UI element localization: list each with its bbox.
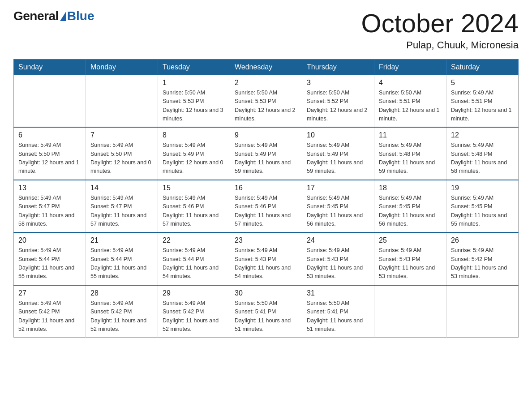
day-number: 2 — [235, 79, 297, 87]
header: General Blue October 2024 Pulap, Chuuk, … — [13, 9, 519, 51]
calendar-cell: 6Sunrise: 5:49 AM Sunset: 5:50 PM Daylig… — [14, 127, 86, 180]
calendar-cell: 1Sunrise: 5:50 AM Sunset: 5:53 PM Daylig… — [158, 75, 230, 127]
calendar-cell: 25Sunrise: 5:49 AM Sunset: 5:43 PM Dayli… — [374, 232, 446, 285]
logo-triangle-icon — [60, 11, 66, 21]
day-number: 21 — [90, 236, 153, 244]
day-number: 7 — [90, 131, 153, 139]
day-info: Sunrise: 5:49 AM Sunset: 5:50 PM Dayligh… — [90, 141, 153, 176]
day-number: 20 — [18, 236, 81, 244]
day-number: 22 — [163, 236, 225, 244]
day-info: Sunrise: 5:49 AM Sunset: 5:49 PM Dayligh… — [235, 141, 297, 176]
day-number: 1 — [163, 79, 225, 87]
calendar-cell: 20Sunrise: 5:49 AM Sunset: 5:44 PM Dayli… — [14, 232, 86, 285]
calendar-header-row: Sunday Monday Tuesday Wednesday Thursday… — [14, 59, 519, 75]
logo-blue-text: Blue — [67, 9, 94, 23]
header-thursday: Thursday — [302, 59, 374, 75]
day-number: 26 — [451, 236, 514, 244]
day-number: 19 — [451, 184, 514, 192]
day-info: Sunrise: 5:49 AM Sunset: 5:51 PM Dayligh… — [451, 89, 514, 124]
calendar-cell: 2Sunrise: 5:50 AM Sunset: 5:53 PM Daylig… — [230, 75, 302, 127]
day-number: 11 — [379, 131, 442, 139]
day-info: Sunrise: 5:49 AM Sunset: 5:42 PM Dayligh… — [163, 299, 225, 334]
calendar-week-row: 1Sunrise: 5:50 AM Sunset: 5:53 PM Daylig… — [14, 75, 519, 127]
calendar-cell: 11Sunrise: 5:49 AM Sunset: 5:48 PM Dayli… — [374, 127, 446, 180]
day-number: 15 — [163, 184, 225, 192]
day-info: Sunrise: 5:50 AM Sunset: 5:53 PM Dayligh… — [163, 89, 225, 124]
calendar-cell: 31Sunrise: 5:50 AM Sunset: 5:41 PM Dayli… — [302, 285, 374, 338]
calendar-cell — [86, 75, 158, 127]
calendar-cell: 15Sunrise: 5:49 AM Sunset: 5:46 PM Dayli… — [158, 180, 230, 233]
day-info: Sunrise: 5:49 AM Sunset: 5:44 PM Dayligh… — [18, 246, 81, 281]
day-number: 9 — [235, 131, 297, 139]
calendar-cell: 12Sunrise: 5:49 AM Sunset: 5:48 PM Dayli… — [446, 127, 519, 180]
day-number: 28 — [90, 289, 153, 297]
day-info: Sunrise: 5:49 AM Sunset: 5:43 PM Dayligh… — [307, 246, 369, 281]
header-sunday: Sunday — [14, 59, 86, 75]
calendar-cell: 7Sunrise: 5:49 AM Sunset: 5:50 PM Daylig… — [86, 127, 158, 180]
title-block: October 2024 Pulap, Chuuk, Micronesia — [361, 9, 519, 51]
day-info: Sunrise: 5:50 AM Sunset: 5:53 PM Dayligh… — [235, 89, 297, 124]
day-info: Sunrise: 5:49 AM Sunset: 5:47 PM Dayligh… — [18, 194, 81, 229]
day-number: 29 — [163, 289, 225, 297]
day-number: 8 — [163, 131, 225, 139]
day-number: 25 — [379, 236, 442, 244]
calendar-week-row: 13Sunrise: 5:49 AM Sunset: 5:47 PM Dayli… — [14, 180, 519, 233]
calendar-title: October 2024 — [361, 9, 519, 38]
day-info: Sunrise: 5:49 AM Sunset: 5:43 PM Dayligh… — [235, 246, 297, 281]
calendar-cell: 10Sunrise: 5:49 AM Sunset: 5:49 PM Dayli… — [302, 127, 374, 180]
day-info: Sunrise: 5:50 AM Sunset: 5:51 PM Dayligh… — [379, 89, 442, 124]
day-number: 27 — [18, 289, 81, 297]
calendar-cell: 9Sunrise: 5:49 AM Sunset: 5:49 PM Daylig… — [230, 127, 302, 180]
header-tuesday: Tuesday — [158, 59, 230, 75]
header-wednesday: Wednesday — [230, 59, 302, 75]
calendar-table: Sunday Monday Tuesday Wednesday Thursday… — [13, 59, 519, 338]
calendar-cell: 26Sunrise: 5:49 AM Sunset: 5:42 PM Dayli… — [446, 232, 519, 285]
day-number: 12 — [451, 131, 514, 139]
calendar-cell: 23Sunrise: 5:49 AM Sunset: 5:43 PM Dayli… — [230, 232, 302, 285]
calendar-cell: 28Sunrise: 5:49 AM Sunset: 5:42 PM Dayli… — [86, 285, 158, 338]
day-info: Sunrise: 5:49 AM Sunset: 5:48 PM Dayligh… — [379, 141, 442, 176]
day-info: Sunrise: 5:50 AM Sunset: 5:41 PM Dayligh… — [307, 299, 369, 334]
calendar-cell: 22Sunrise: 5:49 AM Sunset: 5:44 PM Dayli… — [158, 232, 230, 285]
calendar-week-row: 20Sunrise: 5:49 AM Sunset: 5:44 PM Dayli… — [14, 232, 519, 285]
header-friday: Friday — [374, 59, 446, 75]
calendar-cell: 24Sunrise: 5:49 AM Sunset: 5:43 PM Dayli… — [302, 232, 374, 285]
day-info: Sunrise: 5:49 AM Sunset: 5:42 PM Dayligh… — [18, 299, 81, 334]
day-info: Sunrise: 5:50 AM Sunset: 5:52 PM Dayligh… — [307, 89, 369, 124]
day-info: Sunrise: 5:49 AM Sunset: 5:42 PM Dayligh… — [90, 299, 153, 334]
day-number: 6 — [18, 131, 81, 139]
day-number: 23 — [235, 236, 297, 244]
day-info: Sunrise: 5:49 AM Sunset: 5:47 PM Dayligh… — [90, 194, 153, 229]
calendar-cell — [14, 75, 86, 127]
calendar-cell: 21Sunrise: 5:49 AM Sunset: 5:44 PM Dayli… — [86, 232, 158, 285]
day-number: 16 — [235, 184, 297, 192]
day-info: Sunrise: 5:49 AM Sunset: 5:49 PM Dayligh… — [163, 141, 225, 176]
day-number: 31 — [307, 289, 369, 297]
calendar-cell: 30Sunrise: 5:50 AM Sunset: 5:41 PM Dayli… — [230, 285, 302, 338]
calendar-cell: 8Sunrise: 5:49 AM Sunset: 5:49 PM Daylig… — [158, 127, 230, 180]
day-info: Sunrise: 5:49 AM Sunset: 5:44 PM Dayligh… — [163, 246, 225, 281]
day-number: 3 — [307, 79, 369, 87]
calendar-cell: 14Sunrise: 5:49 AM Sunset: 5:47 PM Dayli… — [86, 180, 158, 233]
day-number: 4 — [379, 79, 442, 87]
calendar-cell: 16Sunrise: 5:49 AM Sunset: 5:46 PM Dayli… — [230, 180, 302, 233]
day-number: 24 — [307, 236, 369, 244]
day-info: Sunrise: 5:49 AM Sunset: 5:49 PM Dayligh… — [307, 141, 369, 176]
header-saturday: Saturday — [446, 59, 519, 75]
day-info: Sunrise: 5:50 AM Sunset: 5:41 PM Dayligh… — [235, 299, 297, 334]
calendar-cell: 13Sunrise: 5:49 AM Sunset: 5:47 PM Dayli… — [14, 180, 86, 233]
day-number: 18 — [379, 184, 442, 192]
logo-general-text: General — [13, 9, 59, 23]
logo: General Blue — [13, 9, 94, 23]
day-info: Sunrise: 5:49 AM Sunset: 5:46 PM Dayligh… — [163, 194, 225, 229]
day-number: 5 — [451, 79, 514, 87]
day-number: 13 — [18, 184, 81, 192]
calendar-week-row: 27Sunrise: 5:49 AM Sunset: 5:42 PM Dayli… — [14, 285, 519, 338]
calendar-cell: 17Sunrise: 5:49 AM Sunset: 5:45 PM Dayli… — [302, 180, 374, 233]
calendar-cell: 18Sunrise: 5:49 AM Sunset: 5:45 PM Dayli… — [374, 180, 446, 233]
day-info: Sunrise: 5:49 AM Sunset: 5:48 PM Dayligh… — [451, 141, 514, 176]
calendar-cell — [446, 285, 519, 338]
calendar-cell: 19Sunrise: 5:49 AM Sunset: 5:45 PM Dayli… — [446, 180, 519, 233]
day-info: Sunrise: 5:49 AM Sunset: 5:45 PM Dayligh… — [451, 194, 514, 229]
day-number: 14 — [90, 184, 153, 192]
